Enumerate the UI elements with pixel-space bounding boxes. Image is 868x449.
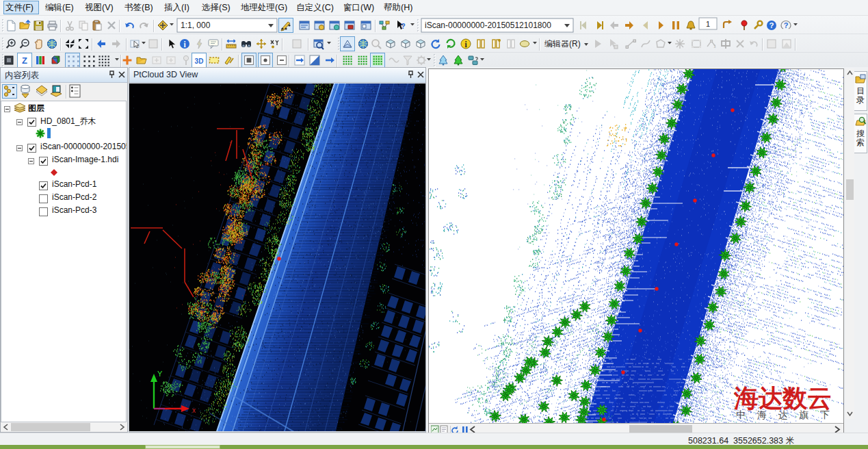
svg-text:Z: Z [22, 55, 27, 66]
svg-text:?: ? [769, 21, 774, 29]
svg-text:海达数云: 海达数云 [733, 384, 832, 412]
svg-text:编辑器(R): 编辑器(R) [544, 39, 581, 49]
svg-text:中 海 达 旗 下: 中 海 达 旗 下 [736, 409, 830, 420]
svg-text:3D: 3D [195, 57, 204, 65]
svg-text:?: ? [401, 22, 406, 30]
svg-text:1: 1 [713, 44, 716, 49]
svg-text:?: ? [784, 21, 789, 29]
svg-text:iScan-00000000-20150512101800: iScan-00000000-20150512101800 [425, 21, 551, 30]
svg-text:x: x [192, 407, 196, 414]
svg-text:Y: Y [157, 370, 163, 378]
svg-text:1: 1 [706, 20, 710, 28]
svg-text:1:1, 000: 1:1, 000 [181, 21, 211, 30]
